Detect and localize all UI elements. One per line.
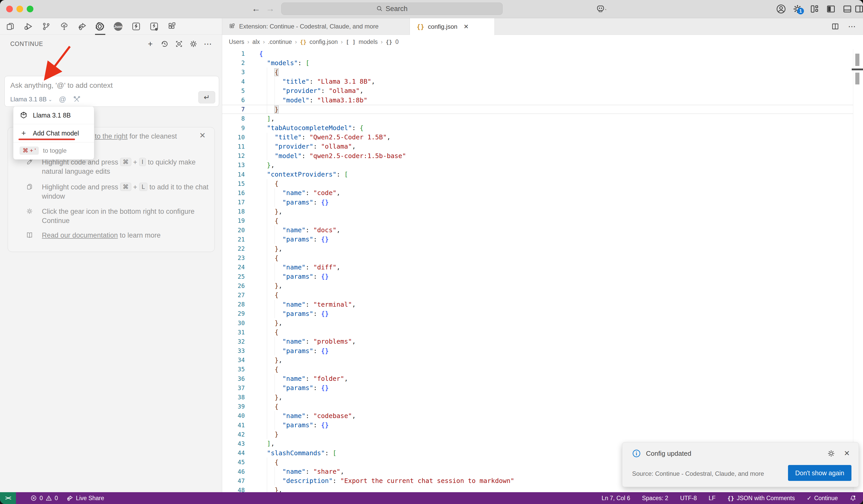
- submit-button[interactable]: ↵: [198, 91, 215, 103]
- cursor-position[interactable]: Ln 7, Col 6: [601, 495, 630, 502]
- problems-indicator[interactable]: 0 0: [30, 495, 58, 502]
- code-lines[interactable]: 1{2"models": [3{4"title": "Llama 3.1 8B"…: [222, 49, 853, 492]
- docs-link[interactable]: Read our documentation: [42, 231, 118, 239]
- dropdown-item-llama[interactable]: Llama 3.1 8B: [13, 106, 94, 124]
- source-control-icon[interactable]: [40, 20, 53, 33]
- breadcrumb-users[interactable]: Users: [229, 38, 244, 46]
- more-actions-icon[interactable]: ⋯: [848, 22, 856, 31]
- dropdown-item-add-chat-model[interactable]: + Add Chat model: [13, 124, 94, 142]
- code-line-34[interactable]: 34},: [222, 356, 853, 365]
- model-selector[interactable]: Llama 3.1 8B⌄: [10, 96, 52, 103]
- code-line-10[interactable]: 10"title": "Qwen2.5-Coder 1.5B",: [222, 133, 853, 142]
- history-icon[interactable]: [160, 40, 169, 48]
- thunder-client-alt-icon[interactable]: [147, 20, 161, 33]
- indentation[interactable]: Spaces: 2: [642, 495, 668, 502]
- code-line-21[interactable]: 21"params": {}: [222, 235, 853, 244]
- code-line-25[interactable]: 25"params": {}: [222, 272, 853, 281]
- layout-customize-icon[interactable]: [810, 4, 819, 14]
- more-icon[interactable]: ⋯: [203, 40, 212, 48]
- close-icon[interactable]: ✕: [844, 449, 850, 457]
- continue-icon[interactable]: [93, 20, 107, 33]
- code-line-13[interactable]: 13},: [222, 160, 853, 170]
- code-line-40[interactable]: 40"name": "codebase",: [222, 411, 853, 420]
- plus-icon[interactable]: +: [146, 40, 155, 48]
- tab-config-json[interactable]: {} config.json ✕: [410, 18, 495, 35]
- code-line-8[interactable]: 8],: [222, 114, 853, 123]
- split-editor-icon[interactable]: [831, 22, 839, 30]
- code-line-19[interactable]: 19{: [222, 216, 853, 225]
- json-icon[interactable]: Json: [112, 20, 125, 33]
- eol[interactable]: LF: [709, 495, 716, 502]
- code-line-37[interactable]: 37"params": {}: [222, 383, 853, 393]
- breadcrumb-models[interactable]: models: [359, 38, 377, 46]
- close-icon[interactable]: ✕: [199, 131, 206, 140]
- code-line-41[interactable]: 41"params": {}: [222, 421, 853, 430]
- dont-show-again-button[interactable]: Don't show again: [788, 465, 851, 481]
- code-line-3[interactable]: 3{: [222, 67, 853, 77]
- code-line-35[interactable]: 35{: [222, 365, 853, 374]
- code-line-2[interactable]: 2"models": [: [222, 58, 853, 67]
- code-line-12[interactable]: 12"model": "qwen2.5-coder:1.5b-base": [222, 151, 853, 160]
- code-line-31[interactable]: 31{: [222, 328, 853, 337]
- thunder-client-icon[interactable]: [129, 20, 143, 33]
- code-line-36[interactable]: 36"name": "folder",: [222, 374, 853, 383]
- close-window-button[interactable]: [6, 5, 13, 12]
- code-line-26[interactable]: 26},: [222, 281, 853, 290]
- partial-tip-link[interactable]: to the right: [95, 132, 128, 140]
- back-icon[interactable]: ←: [250, 3, 262, 14]
- notifications-bell[interactable]: [850, 495, 856, 502]
- zoom-window-button[interactable]: [27, 5, 34, 12]
- code-line-17[interactable]: 17"params": {}: [222, 198, 853, 207]
- sidebar-right-icon[interactable]: [854, 4, 863, 14]
- account-icon[interactable]: [776, 4, 786, 14]
- breadcrumb-continue-dir[interactable]: .continue: [268, 38, 292, 46]
- copilot-icon[interactable]: ⌄: [596, 4, 606, 13]
- live-share-status[interactable]: Live Share: [66, 494, 104, 502]
- mention-icon[interactable]: @: [59, 95, 66, 103]
- code-line-11[interactable]: 11"provider": "ollama",: [222, 142, 853, 151]
- code-line-18[interactable]: 18},: [222, 207, 853, 216]
- search-input[interactable]: Search: [281, 3, 503, 15]
- code-line-42[interactable]: 42}: [222, 430, 853, 439]
- frame-icon[interactable]: [175, 40, 184, 48]
- breadcrumb-alx[interactable]: alx: [252, 38, 260, 46]
- code-line-23[interactable]: 23{: [222, 253, 853, 262]
- settings-gear-icon[interactable]: 1: [792, 4, 802, 14]
- tab-extension-continue[interactable]: Extension: Continue - Codestral, Claude,…: [222, 18, 410, 35]
- close-tab-icon[interactable]: ✕: [464, 23, 469, 30]
- forward-icon[interactable]: →: [264, 3, 276, 14]
- extensions-icon[interactable]: [165, 20, 179, 33]
- live-share-icon[interactable]: [75, 20, 89, 33]
- code-line-39[interactable]: 39{: [222, 402, 853, 411]
- minimize-window-button[interactable]: [16, 5, 23, 12]
- code-line-33[interactable]: 33"params": {}: [222, 346, 853, 356]
- sidebar-left-icon[interactable]: [826, 4, 836, 14]
- code-line-38[interactable]: 38},: [222, 393, 853, 402]
- remote-indicator[interactable]: ><: [0, 492, 16, 504]
- continue-status[interactable]: ✓Continue: [807, 495, 838, 502]
- panel-bottom-icon[interactable]: [842, 4, 852, 14]
- code-line-29[interactable]: 29"params": {}: [222, 309, 853, 318]
- code-line-20[interactable]: 20"name": "docs",: [222, 225, 853, 235]
- code-line-14[interactable]: 14"contextProviders": [: [222, 170, 853, 179]
- breadcrumb-0[interactable]: 0: [395, 38, 399, 46]
- code-line-30[interactable]: 30},: [222, 318, 853, 327]
- code-line-1[interactable]: 1{: [222, 49, 853, 58]
- gear-icon[interactable]: [189, 40, 198, 48]
- code-line-32[interactable]: 32"name": "problems",: [222, 337, 853, 346]
- gear-icon[interactable]: [827, 449, 835, 457]
- code-line-28[interactable]: 28"name": "terminal",: [222, 300, 853, 309]
- breadcrumb-config-json[interactable]: config.json: [310, 38, 338, 46]
- code-line-24[interactable]: 24"name": "diff",: [222, 262, 853, 272]
- tree-icon[interactable]: [58, 20, 71, 33]
- code-line-15[interactable]: 15{: [222, 179, 853, 188]
- encoding[interactable]: UTF-8: [680, 495, 697, 502]
- code-line-22[interactable]: 22},: [222, 244, 853, 253]
- language-mode[interactable]: {}JSON with Comments: [727, 495, 795, 502]
- code-line-6[interactable]: 6"model": "llama3.1:8b": [222, 95, 853, 105]
- explorer-icon[interactable]: [3, 20, 17, 33]
- code-line-27[interactable]: 27{: [222, 290, 853, 300]
- code-line-9[interactable]: 9"tabAutocompleteModel": {: [222, 124, 853, 133]
- code-line-16[interactable]: 16"name": "code",: [222, 188, 853, 198]
- code-line-7[interactable]: 7}: [222, 105, 853, 114]
